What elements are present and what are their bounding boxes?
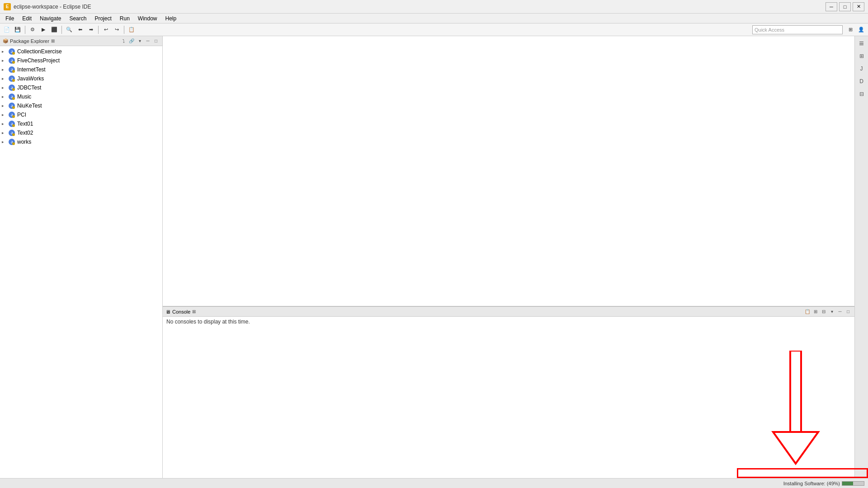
tree-item-label: JavaWorks <box>17 75 44 82</box>
console-header: 🖥 Console ⊠ 📋 ⊞ ⊟ ▾ ─ □ <box>163 307 854 317</box>
tree-item[interactable]: ▸ J JavaWorks <box>0 74 162 83</box>
project-badge <box>12 124 15 127</box>
menu-file[interactable]: File <box>2 14 18 23</box>
tree-item[interactable]: ▸ J NiuKeTest <box>0 101 162 110</box>
tree-arrow: ▸ <box>2 122 8 126</box>
right-panel: 🖥 Console ⊠ 📋 ⊞ ⊟ ▾ ─ □ No consoles to d… <box>163 36 854 478</box>
tree-item-label: NiuKeTest <box>17 103 42 109</box>
sep4 <box>124 26 124 34</box>
toolbar-btn-3[interactable]: ⚙ <box>28 25 38 35</box>
perspective-btn-2[interactable]: 👤 <box>856 25 866 35</box>
tree-item[interactable]: ▸ J JDBCTest <box>0 83 162 92</box>
progress-bar-area: Installing Software: (49%) <box>783 481 864 486</box>
console-min-btn[interactable]: ─ <box>836 308 844 315</box>
tree-item[interactable]: ▸ J PCI <box>0 110 162 119</box>
tree-item-label: CollectionExercise <box>17 48 62 55</box>
toolbar-btn-8[interactable]: ➡ <box>86 25 96 35</box>
sep3 <box>98 26 99 34</box>
project-icon: J <box>8 48 15 55</box>
tree-arrow: ▸ <box>2 49 8 54</box>
package-tree: ▸ J CollectionExercise ▸ J FiveChessProj… <box>0 46 162 478</box>
quick-access-label: Quick Access <box>755 27 784 33</box>
link-editor-btn[interactable]: 🔗 <box>128 38 135 45</box>
close-button[interactable]: ✕ <box>853 2 864 11</box>
tree-item[interactable]: ▸ J Text02 <box>0 128 162 137</box>
panel-header-buttons: ⤵ 🔗 ▾ ─ □ <box>120 38 160 45</box>
collapse-all-btn[interactable]: ⤵ <box>120 38 127 45</box>
console-btn-3[interactable]: ⊟ <box>820 308 827 315</box>
project-icon: J <box>8 139 15 145</box>
tree-item-label: FiveChessProject <box>17 57 60 64</box>
console-btn-2[interactable]: ⊞ <box>812 308 819 315</box>
project-icon: J <box>8 130 15 136</box>
toolbar-btn-2[interactable]: 💾 <box>13 25 23 35</box>
tree-arrow: ▸ <box>2 85 8 90</box>
project-badge <box>12 61 15 64</box>
project-icon: J <box>8 112 15 118</box>
panel-max-btn[interactable]: □ <box>152 38 160 45</box>
sidebar-outline-btn[interactable]: ⊞ <box>856 51 867 61</box>
panel-title: 📦 Package Explorer ⊠ <box>3 38 55 44</box>
panel-min-btn[interactable]: ─ <box>144 38 151 45</box>
sidebar-task-list-btn[interactable]: ≡ <box>856 38 867 49</box>
console-message: No consoles to display at this time. <box>166 319 250 325</box>
window-title: eclipse-workspace - Eclipse IDE <box>14 4 91 10</box>
toolbar: 📄 💾 ⚙ ▶ ⬛ 🔍 ⬅ ➡ ↩ ↪ 📋 Quick Access ⊞ 👤 <box>0 23 868 36</box>
menu-bar: File Edit Navigate Search Project Run Wi… <box>0 14 868 23</box>
project-icon: J <box>8 103 15 109</box>
menu-help[interactable]: Help <box>162 14 180 23</box>
tree-item[interactable]: ▸ J works <box>0 137 162 146</box>
tree-arrow: ▸ <box>2 140 8 144</box>
menu-project[interactable]: Project <box>91 14 115 23</box>
tree-item[interactable]: ▸ J Music <box>0 92 162 101</box>
project-badge <box>12 88 15 91</box>
toolbar-btn-7[interactable]: ⬅ <box>75 25 85 35</box>
tree-item[interactable]: ▸ J InternetTest <box>0 65 162 74</box>
tree-item[interactable]: ▸ J Text01 <box>0 119 162 128</box>
toolbar-btn-10[interactable]: ↪ <box>112 25 122 35</box>
console-max-btn[interactable]: □ <box>844 308 852 315</box>
menu-run[interactable]: Run <box>116 14 133 23</box>
toolbar-btn-4[interactable]: ▶ <box>38 25 48 35</box>
toolbar-btn-11[interactable]: 📋 <box>127 25 137 35</box>
project-badge <box>12 115 15 118</box>
project-badge <box>12 52 15 55</box>
status-bar: Installing Software: (49%) <box>0 478 868 488</box>
tree-item-label: JDBCTest <box>17 84 41 91</box>
minimize-button[interactable]: ─ <box>826 2 837 11</box>
package-explorer-title: Package Explorer <box>10 38 49 44</box>
toolbar-btn-5[interactable]: ⬛ <box>49 25 59 35</box>
toolbar-btn-9[interactable]: ↩ <box>101 25 111 35</box>
maximize-button[interactable]: □ <box>839 2 851 11</box>
title-bar: E eclipse-workspace - Eclipse IDE ─ □ ✕ <box>0 0 868 14</box>
new-btn[interactable]: 📄 <box>2 25 12 35</box>
perspective-btn-1[interactable]: ⊞ <box>845 25 855 35</box>
package-explorer-tab-symbol: ⊠ <box>51 38 55 43</box>
sidebar-declarations-btn[interactable]: D <box>856 76 867 87</box>
toolbar-right: ⊞ 👤 <box>845 25 866 35</box>
console-icon: 🖥 <box>165 309 170 314</box>
menu-window[interactable]: Window <box>134 14 161 23</box>
tree-item-label: InternetTest <box>17 66 46 73</box>
console-tab-symbol: ⊠ <box>192 309 196 314</box>
sidebar-javadoc-btn[interactable]: J <box>856 63 867 74</box>
project-icon: J <box>8 94 15 100</box>
sidebar-problems-btn[interactable]: ⊟ <box>856 89 867 99</box>
tree-item[interactable]: ▸ J FiveChessProject <box>0 56 162 65</box>
quick-access-input[interactable]: Quick Access <box>752 25 843 34</box>
menu-navigate[interactable]: Navigate <box>36 14 65 23</box>
tree-item[interactable]: ▸ J CollectionExercise <box>0 47 162 56</box>
project-badge <box>12 133 15 136</box>
console-btn-4[interactable]: ▾ <box>828 308 835 315</box>
console-title-label: Console <box>172 309 190 314</box>
console-btn-1[interactable]: 📋 <box>804 308 811 315</box>
toolbar-btn-6[interactable]: 🔍 <box>64 25 74 35</box>
tree-item-label: works <box>17 139 31 145</box>
menu-search[interactable]: Search <box>66 14 90 23</box>
tree-arrow: ▸ <box>2 94 8 99</box>
menu-edit[interactable]: Edit <box>19 14 35 23</box>
sep1 <box>25 26 25 34</box>
console-header-buttons: 📋 ⊞ ⊟ ▾ ─ □ <box>804 308 852 315</box>
project-icon: J <box>8 84 15 91</box>
panel-menu-btn[interactable]: ▾ <box>136 38 143 45</box>
